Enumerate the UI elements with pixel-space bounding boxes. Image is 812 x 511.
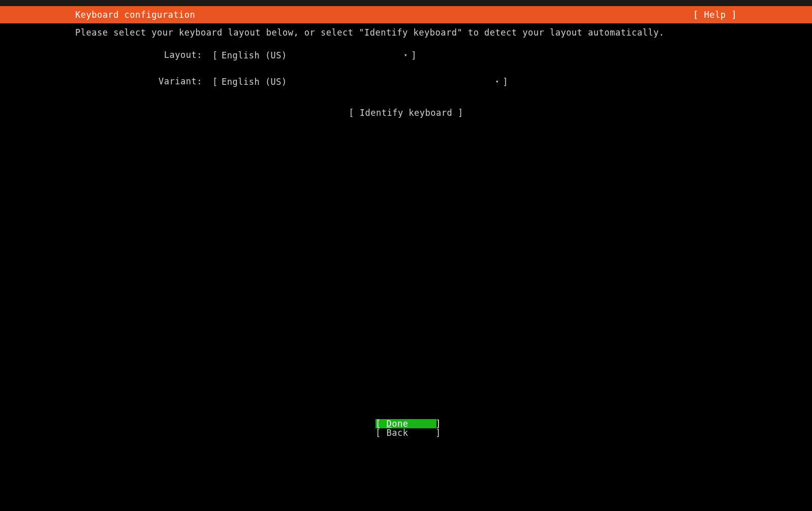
variant-label: Variant:: [75, 76, 212, 86]
identify-keyboard-button[interactable]: [ Identify keyboard ]: [349, 108, 463, 118]
bracket-open-icon: [: [212, 50, 218, 60]
layout-field-row: Layout: [ English (US) ▾ ]: [75, 46, 737, 63]
back-button[interactable]: [ Back ]: [376, 428, 436, 437]
layout-value: English (US): [222, 50, 287, 60]
instruction-text: Please select your keyboard layout below…: [75, 27, 737, 38]
variant-field-row: Variant: [ English (US) ▾ ]: [75, 73, 737, 90]
main-content: Please select your keyboard layout below…: [0, 23, 812, 118]
window-top-strip: [0, 0, 812, 6]
chevron-down-icon: ▾: [495, 78, 499, 85]
header-bar: Keyboard configuration [ Help ]: [0, 6, 812, 23]
bracket-close-icon: ]: [503, 77, 508, 87]
page-title: Keyboard configuration: [75, 10, 195, 20]
bracket-open-icon: [: [212, 77, 218, 87]
help-button[interactable]: [ Help ]: [693, 10, 737, 20]
layout-dropdown[interactable]: [ English (US) ▾ ]: [212, 50, 417, 59]
variant-value: English (US): [222, 77, 287, 87]
bracket-close-icon: ]: [411, 50, 417, 60]
done-label-rest: one: [392, 419, 408, 429]
done-button[interactable]: [ Done ]: [376, 419, 436, 428]
done-label-underline: D: [386, 419, 392, 429]
variant-dropdown[interactable]: [ English (US) ▾ ]: [212, 77, 508, 86]
back-label: Back: [386, 428, 408, 438]
layout-label: Layout:: [75, 50, 212, 60]
identify-row: [ Identify keyboard ]: [75, 108, 737, 118]
chevron-down-icon: ▾: [404, 52, 408, 58]
footer-buttons: [ Done ] [ Back ]: [0, 419, 812, 437]
